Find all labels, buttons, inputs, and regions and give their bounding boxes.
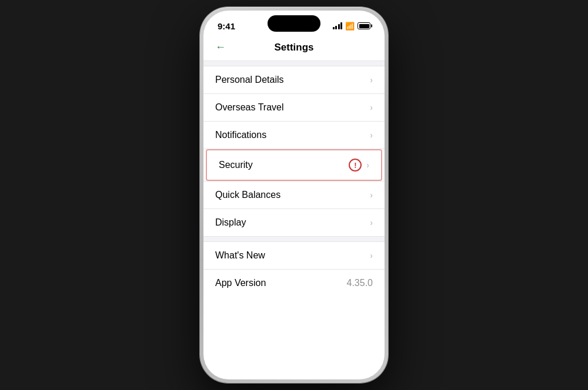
section-spacer-middle xyxy=(203,237,385,241)
chevron-icon: › xyxy=(370,218,373,227)
signal-icon xyxy=(333,22,343,29)
status-icons: 📶 xyxy=(333,22,371,31)
phone-frame: 9:41 📶 ← Settings Personal Details xyxy=(200,7,388,383)
menu-item-security[interactable]: Security ! › xyxy=(206,149,382,181)
battery-icon xyxy=(358,22,370,29)
warning-icon: ! xyxy=(349,159,362,172)
status-bar: 9:41 📶 xyxy=(203,11,385,36)
app-version-value: 4.35.0 xyxy=(347,278,373,288)
chevron-icon: › xyxy=(370,190,373,200)
menu-item-whats-new[interactable]: What's New › xyxy=(203,242,385,269)
chevron-icon: › xyxy=(370,130,373,140)
menu-item-quick-balances[interactable]: Quick Balances › xyxy=(203,181,385,209)
menu-item-notifications[interactable]: Notifications › xyxy=(203,122,385,149)
menu-item-app-version: App Version 4.35.0 xyxy=(203,270,385,297)
menu-item-overseas-travel[interactable]: Overseas Travel › xyxy=(203,94,385,121)
navigation-header: ← Settings xyxy=(203,36,385,60)
page-title: Settings xyxy=(274,42,313,53)
menu-item-personal-details[interactable]: Personal Details › xyxy=(203,66,385,93)
menu-item-display[interactable]: Display › xyxy=(203,209,385,236)
phone-screen: 9:41 📶 ← Settings Personal Details xyxy=(203,11,385,379)
battery-fill xyxy=(359,24,369,28)
status-time: 9:41 xyxy=(218,21,235,31)
chevron-icon: › xyxy=(370,75,373,85)
section-spacer-top xyxy=(203,61,385,66)
wifi-icon: 📶 xyxy=(345,22,355,31)
dynamic-island xyxy=(268,15,320,32)
chevron-icon: › xyxy=(370,103,373,112)
chevron-icon: › xyxy=(366,160,369,170)
back-button[interactable]: ← xyxy=(215,41,226,53)
chevron-icon: › xyxy=(370,251,373,260)
